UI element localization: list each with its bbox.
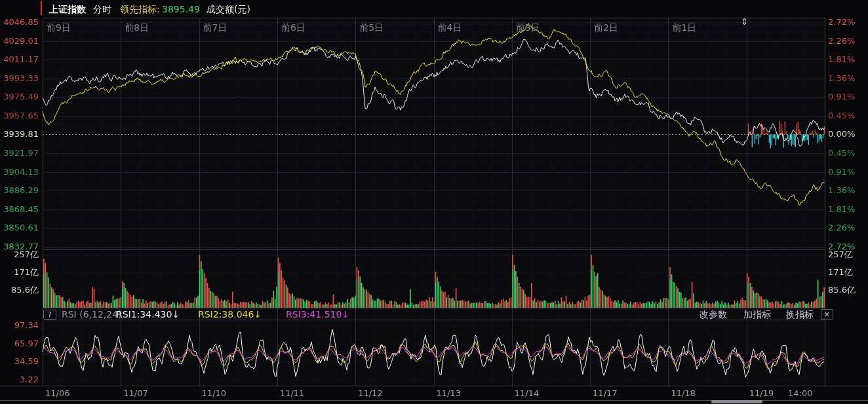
rsi-axis-label: 97.34 — [0, 320, 39, 331]
leading-indicator-value: 3895.49 — [162, 3, 200, 15]
price-axis-left-label: 3993.33 — [0, 73, 39, 84]
close-indicator-button[interactable]: × — [821, 309, 833, 320]
pct-axis-right-label: 1.81% — [828, 54, 867, 65]
price-axis-left-label: 3886.29 — [0, 185, 39, 196]
switch-indicator-button[interactable]: 换指标 — [786, 309, 814, 320]
day-section-label: 前1日 — [672, 22, 696, 33]
change-params-button[interactable]: 改参数 — [700, 309, 727, 320]
pct-axis-right-label: 0.45% — [828, 148, 867, 158]
day-section-label: 前7日 — [203, 22, 227, 33]
price-axis-left-label: 3850.61 — [0, 223, 39, 233]
day-section-label: 前2日 — [594, 22, 618, 33]
date-axis-label: 11/14 — [515, 388, 539, 399]
price-axis-left-label: 4046.85 — [0, 17, 39, 28]
pct-axis-right-label: 1.81% — [828, 204, 867, 215]
date-axis-label: 11/17 — [593, 388, 617, 399]
add-indicator-button[interactable]: 加指标 — [743, 309, 771, 320]
tab-minute-chart[interactable]: 分时 — [93, 3, 111, 15]
rsi-axis-label: 34.59 — [0, 356, 39, 367]
day-section-label: 前4日 — [438, 22, 462, 33]
rsi2-value: RSI2:38.046↓ — [198, 309, 262, 320]
rsi-axis-label: 65.97 — [0, 339, 39, 349]
rsi-indicator-label: RSI (6,12,24) — [62, 309, 122, 320]
rsi-axis-label: 3.22 — [0, 375, 39, 385]
date-axis-label: 11/13 — [437, 388, 461, 399]
pct-axis-right-label: 1.36% — [828, 73, 867, 84]
date-axis-label: 11/19 — [749, 388, 774, 399]
date-axis-label: 11/11 — [280, 388, 304, 399]
cursor-tick — [41, 1, 42, 15]
day-section-label: 前5日 — [359, 22, 384, 33]
date-axis-label: 11/10 — [202, 388, 226, 399]
price-axis-left-label: 3868.45 — [0, 204, 39, 215]
pct-axis-right-label: 0.45% — [828, 111, 867, 121]
chart-canvas[interactable] — [0, 0, 868, 404]
day-section-label: 前6日 — [281, 22, 306, 33]
date-axis-label: 11/12 — [358, 388, 382, 399]
day-section-label: 前8日 — [125, 22, 149, 33]
pct-axis-right-label: 0.00% — [828, 129, 867, 139]
pct-axis-right-label: 0.91% — [828, 92, 867, 102]
rsi1-value: RSI1:34.430↓ — [116, 309, 180, 320]
price-axis-left-label: 4011.17 — [0, 54, 39, 65]
price-axis-left-label: 3939.81 — [0, 129, 39, 139]
price-axis-left-label: 3921.97 — [0, 148, 39, 158]
rsi3-value: RSI3:41.510↓ — [286, 309, 349, 320]
leading-indicator-label: 领先指标: — [120, 3, 160, 15]
volume-axis-left-label: 85.6亿 — [0, 285, 39, 295]
date-axis-label: 11/06 — [45, 388, 69, 399]
resize-handle-icon[interactable]: ⇕ — [741, 16, 749, 27]
stock-chart-app: 上证指数 分时 领先指标: 3895.49 成交额(元) ⇕ ? RSI (6,… — [0, 0, 868, 404]
date-axis-label: 11/07 — [123, 388, 148, 399]
price-axis-left-label: 3957.65 — [0, 111, 39, 121]
pct-axis-right-label: 2.72% — [828, 17, 867, 28]
pct-axis-right-label: 2.26% — [828, 36, 867, 46]
price-axis-left-label: 3904.13 — [0, 167, 39, 177]
time-axis-label: 14:00 — [788, 388, 812, 399]
pct-axis-right-label: 1.36% — [828, 185, 867, 196]
day-section-label: 前9日 — [47, 22, 71, 33]
pct-axis-right-label: 0.91% — [828, 167, 867, 177]
rsi-help-button[interactable]: ? — [43, 310, 56, 320]
horizontal-scrollbar-thumb[interactable] — [711, 400, 762, 403]
day-section-label: 前3日 — [516, 22, 540, 33]
price-axis-left-label: 3975.49 — [0, 92, 39, 102]
turnover-label: 成交额(元) — [207, 3, 250, 15]
index-name: 上证指数 — [49, 3, 86, 15]
pct-axis-right-label: 2.26% — [828, 223, 867, 233]
volume-axis-right-label: 85.6亿 — [828, 285, 867, 295]
title-bar: 上证指数 分时 领先指标: 3895.49 成交额(元) — [0, 0, 868, 18]
date-axis-label: 11/18 — [671, 388, 695, 399]
price-axis-left-label: 4029.01 — [0, 36, 39, 46]
volume-axis-right-label: 171亿 — [828, 267, 867, 278]
volume-axis-left-label: 171亿 — [0, 267, 39, 278]
volume-axis-left-label: 257亿 — [0, 249, 39, 260]
volume-axis-right-label: 257亿 — [828, 249, 867, 260]
